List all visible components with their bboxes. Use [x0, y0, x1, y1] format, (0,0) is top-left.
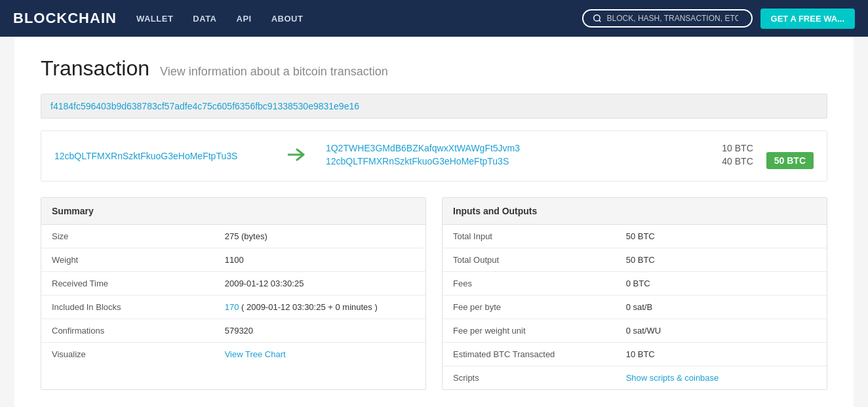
brand-logo[interactable]: BLOCKCHAIN: [13, 10, 117, 27]
summary-confirmations-value: 579320: [214, 319, 425, 343]
io-fee-per-weight-value: 0 sat/WU: [616, 319, 827, 343]
tables-row: Summary Size 275 (bytes) Weight 1100 Rec…: [41, 197, 827, 390]
svg-line-1: [599, 20, 601, 22]
main-content: Transaction View information about a bit…: [14, 37, 854, 407]
tx-input-address[interactable]: 12cbQLTFMXRnSzktFkuoG3eHoMeFtpTu3S: [54, 151, 237, 161]
tx-row: 12cbQLTFMXRnSzktFkuoG3eHoMeFtpTu3S 1Q2TW…: [41, 130, 827, 182]
navbar: BLOCKCHAIN WALLET DATA API ABOUT GET A F…: [0, 0, 868, 37]
io-fee-per-byte-label: Fee per byte: [443, 296, 616, 319]
svg-point-0: [593, 15, 599, 21]
io-total-input-label: Total Input: [443, 225, 616, 248]
table-row: Estimated BTC Transacted 10 BTC: [443, 343, 827, 366]
io-table: Inputs and Outputs Total Input 50 BTC To…: [442, 197, 827, 390]
summary-confirmations-label: Confirmations: [41, 319, 214, 343]
search-box: [582, 9, 753, 28]
summary-weight-label: Weight: [41, 248, 214, 272]
table-row: Scripts Show scripts & coinbase: [443, 366, 827, 390]
summary-received-label: Received Time: [41, 272, 214, 296]
tx-output-address-0[interactable]: 1Q2TWHE3GMdB6BZKafqwxXtWAWgFt5Jvm3: [326, 143, 520, 153]
output-row-1: 12cbQLTFMXRnSzktFkuoG3eHoMeFtpTu3S 40 BT…: [326, 156, 753, 166]
table-row: Total Output 50 BTC: [443, 248, 827, 272]
summary-table-body: Size 275 (bytes) Weight 1100 Received Ti…: [41, 225, 425, 366]
table-row: Confirmations 579320: [41, 319, 425, 343]
table-row: Size 275 (bytes): [41, 225, 425, 248]
io-total-input-value: 50 BTC: [616, 225, 827, 248]
page-title: Transaction: [41, 56, 149, 81]
io-estimated-value: 10 BTC: [616, 343, 827, 366]
block-number-link[interactable]: 170: [225, 302, 239, 312]
summary-blocks-value: 170 ( 2009-01-12 03:30:25 + 0 minutes ): [214, 296, 425, 319]
io-fees-label: Fees: [443, 272, 616, 296]
tx-output-amount-1: 40 BTC: [707, 156, 753, 166]
summary-size-label: Size: [41, 225, 214, 248]
view-tree-chart-link[interactable]: View Tree Chart: [225, 349, 286, 359]
show-scripts-link[interactable]: Show scripts & coinbase: [626, 373, 719, 383]
io-table-header: Inputs and Outputs: [443, 198, 827, 225]
tx-hash-bar: f4184fc596403b9d638783cf57adfe4c75c605f6…: [41, 94, 827, 119]
io-total-output-label: Total Output: [443, 248, 616, 272]
nav-right: GET A FREE WA...: [582, 9, 855, 29]
page-subtitle: View information about a bitcoin transac…: [160, 65, 388, 79]
tx-arrow: [268, 147, 326, 165]
io-fee-per-byte-value: 0 sat/B: [616, 296, 827, 319]
io-fees-value: 0 BTC: [616, 272, 827, 296]
table-row: Fees 0 BTC: [443, 272, 827, 296]
io-total-output-value: 50 BTC: [616, 248, 827, 272]
io-scripts-value: Show scripts & coinbase: [616, 366, 827, 390]
summary-received-value: 2009-01-12 03:30:25: [214, 272, 425, 296]
table-row: Included In Blocks 170 ( 2009-01-12 03:3…: [41, 296, 425, 319]
summary-table: Summary Size 275 (bytes) Weight 1100 Rec…: [41, 197, 426, 390]
table-row: Visualize View Tree Chart: [41, 343, 425, 366]
nav-about[interactable]: ABOUT: [271, 14, 304, 24]
summary-visualize-label: Visualize: [41, 343, 214, 366]
nav-data[interactable]: DATA: [193, 14, 216, 24]
nav-api[interactable]: API: [237, 14, 252, 24]
io-scripts-label: Scripts: [443, 366, 616, 390]
summary-weight-value: 1100: [214, 248, 425, 272]
summary-blocks-label: Included In Blocks: [41, 296, 214, 319]
nav-wallet[interactable]: WALLET: [136, 14, 173, 24]
io-estimated-label: Estimated BTC Transacted: [443, 343, 616, 366]
summary-size-value: 275 (bytes): [214, 225, 425, 248]
search-input[interactable]: [607, 14, 738, 23]
table-row: Total Input 50 BTC: [443, 225, 827, 248]
io-fee-per-weight-label: Fee per weight unit: [443, 319, 616, 343]
page-header: Transaction View information about a bit…: [41, 56, 827, 81]
tx-outputs: 1Q2TWHE3GMdB6BZKafqwxXtWAWgFt5Jvm3 10 BT…: [326, 143, 753, 169]
table-row: Fee per byte 0 sat/B: [443, 296, 827, 319]
summary-visualize-value: View Tree Chart: [214, 343, 425, 366]
summary-table-header: Summary: [41, 198, 425, 225]
summary-blocks-extra: ( 2009-01-12 03:30:25 + 0 minutes ): [239, 302, 377, 312]
tx-total-badge: 50 BTC: [766, 152, 814, 169]
table-row: Fee per weight unit 0 sat/WU: [443, 319, 827, 343]
tx-inputs: 12cbQLTFMXRnSzktFkuoG3eHoMeFtpTu3S: [54, 151, 268, 161]
search-icon: [593, 14, 602, 23]
nav-links: WALLET DATA API ABOUT: [136, 14, 562, 24]
table-row: Received Time 2009-01-12 03:30:25: [41, 272, 425, 296]
tx-hash-link[interactable]: f4184fc596403b9d638783cf57adfe4c75c605f6…: [50, 101, 359, 111]
output-row-0: 1Q2TWHE3GMdB6BZKafqwxXtWAWgFt5Jvm3 10 BT…: [326, 143, 753, 153]
tx-output-amount-0: 10 BTC: [707, 143, 753, 153]
cta-button[interactable]: GET A FREE WA...: [760, 9, 855, 29]
table-row: Weight 1100: [41, 248, 425, 272]
tx-output-address-1[interactable]: 12cbQLTFMXRnSzktFkuoG3eHoMeFtpTu3S: [326, 156, 509, 166]
io-table-body: Total Input 50 BTC Total Output 50 BTC F…: [443, 225, 827, 389]
